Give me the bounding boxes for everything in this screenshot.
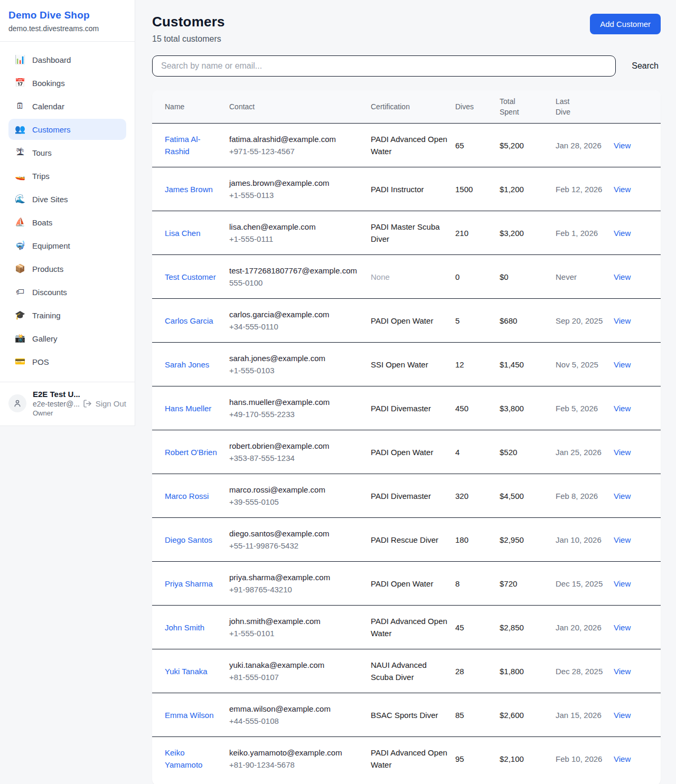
- total-spent-cell: $2,850: [500, 606, 556, 649]
- customer-phone: +81-90-1234-5678: [229, 759, 365, 771]
- sidebar-item-discounts[interactable]: 🏷Discounts: [8, 281, 126, 303]
- page-header: Customers 15 total customers Add Custome…: [152, 14, 661, 44]
- customer-name-link[interactable]: Test Customer: [152, 255, 229, 299]
- column-header-name: Name: [152, 90, 229, 124]
- contact-cell: hans.mueller@example.com+49-170-555-2233: [229, 386, 371, 430]
- customer-name-link[interactable]: Priya Sharma: [152, 562, 229, 606]
- certification-cell: PADI Open Water: [371, 562, 455, 606]
- customer-name-link[interactable]: Diego Santos: [152, 518, 229, 562]
- view-link[interactable]: View: [614, 492, 631, 500]
- sidebar-item-calendar[interactable]: 🗓Calendar: [8, 96, 126, 117]
- shop-domain: demo.test.divestreams.com: [8, 24, 126, 33]
- table-row: Diego Santosdiego.santos@example.com+55-…: [152, 518, 661, 562]
- customer-name-link[interactable]: Carlos Garcia: [152, 299, 229, 343]
- sidebar-item-label: Boats: [32, 218, 52, 227]
- contact-cell: keiko.yamamoto@example.com+81-90-1234-56…: [229, 737, 371, 781]
- view-link[interactable]: View: [614, 711, 631, 720]
- column-header-total-spent: Total Spent: [500, 90, 556, 124]
- view-link[interactable]: View: [614, 360, 631, 369]
- sidebar-item-boats[interactable]: ⛵Boats: [8, 212, 126, 233]
- sidebar-item-equipment[interactable]: 🤿Equipment: [8, 235, 126, 256]
- view-link[interactable]: View: [614, 448, 631, 457]
- column-header-actions: [614, 90, 661, 124]
- actions-cell: View: [614, 474, 661, 518]
- search-button[interactable]: Search: [630, 58, 661, 74]
- sidebar-item-tours[interactable]: 🏝Tours: [8, 142, 126, 163]
- customer-name-link[interactable]: Lisa Chen: [152, 211, 229, 255]
- certification-cell: PADI Divemaster: [371, 474, 455, 518]
- dives-cell: 320: [455, 474, 500, 518]
- customer-name-link[interactable]: Fatima Al-Rashid: [152, 124, 229, 167]
- customer-name-link[interactable]: Keiko Yamamoto: [152, 737, 229, 781]
- sailboat-icon: ⛵: [15, 218, 25, 226]
- calendar-pad-icon: 🗓: [15, 102, 25, 110]
- view-link[interactable]: View: [614, 272, 631, 281]
- sidebar-item-bookings[interactable]: 📅Bookings: [8, 72, 126, 93]
- search-input[interactable]: [152, 55, 616, 77]
- table-row: Robert O'Brienrobert.obrien@example.com+…: [152, 430, 661, 474]
- sidebar-item-label: Customers: [32, 125, 71, 134]
- customer-name-link[interactable]: Emma Wilson: [152, 693, 229, 737]
- customer-name-link[interactable]: Yuki Tanaka: [152, 649, 229, 693]
- view-link[interactable]: View: [614, 535, 631, 544]
- sidebar-item-trips[interactable]: 🚤Trips: [8, 165, 126, 186]
- sidebar-item-gallery[interactable]: 📸Gallery: [8, 328, 126, 349]
- table-row: Fatima Al-Rashidfatima.alrashid@example.…: [152, 124, 661, 167]
- customer-email: diego.santos@example.com: [229, 527, 365, 540]
- last-dive-cell: Dec 15, 2025: [556, 562, 614, 606]
- add-customer-button[interactable]: Add Customer: [590, 14, 661, 34]
- last-dive-cell: Sep 20, 2025: [556, 299, 614, 343]
- actions-cell: View: [614, 124, 661, 167]
- table-row: Yuki Tanakayuki.tanaka@example.com+81-55…: [152, 649, 661, 693]
- customer-email: yuki.tanaka@example.com: [229, 659, 365, 671]
- sidebar-item-training[interactable]: 🎓Training: [8, 305, 126, 326]
- customer-name-link[interactable]: John Smith: [152, 606, 229, 649]
- contact-cell: james.brown@example.com+1-555-0113: [229, 167, 371, 211]
- column-header-last-dive: Last Dive: [556, 90, 614, 124]
- dives-cell: 8: [455, 562, 500, 606]
- graduation-cap-icon: 🎓: [15, 311, 25, 319]
- total-spent-cell: $3,800: [500, 386, 556, 430]
- actions-cell: View: [614, 430, 661, 474]
- sidebar-item-dashboard[interactable]: 📊Dashboard: [8, 49, 126, 70]
- view-link[interactable]: View: [614, 229, 631, 238]
- sign-out-button[interactable]: Sign Out: [83, 399, 126, 408]
- view-link[interactable]: View: [614, 185, 631, 194]
- actions-cell: View: [614, 167, 661, 211]
- diving-mask-icon: 🤿: [15, 241, 25, 250]
- sidebar-item-customers[interactable]: 👥Customers: [8, 119, 126, 140]
- column-header-label: Total Spent: [500, 96, 526, 117]
- view-link[interactable]: View: [614, 754, 631, 763]
- last-dive-cell: Feb 5, 2026: [556, 386, 614, 430]
- view-link[interactable]: View: [614, 667, 631, 676]
- view-link[interactable]: View: [614, 141, 631, 150]
- view-link[interactable]: View: [614, 579, 631, 588]
- certification-cell: PADI Open Water: [371, 430, 455, 474]
- customer-phone: +1-555-0113: [229, 189, 365, 201]
- sidebar-item-products[interactable]: 📦Products: [8, 258, 126, 279]
- table-row: Keiko Yamamotokeiko.yamamoto@example.com…: [152, 737, 661, 781]
- table-row: Lisa Chenlisa.chen@example.com+1-555-011…: [152, 211, 661, 255]
- customer-name-link[interactable]: Hans Mueller: [152, 386, 229, 430]
- sidebar-item-dive-sites[interactable]: 🌊Dive Sites: [8, 188, 126, 210]
- view-link[interactable]: View: [614, 623, 631, 632]
- customer-phone: 555-0100: [229, 277, 365, 289]
- dives-cell: 12: [455, 343, 500, 386]
- customer-name-link[interactable]: Sarah Jones: [152, 343, 229, 386]
- customer-email: test-1772681807767@example.com: [229, 265, 365, 277]
- column-header-label: Last Dive: [556, 96, 582, 117]
- column-header-contact: Contact: [229, 90, 371, 124]
- sidebar-item-pos[interactable]: 💳POS: [8, 351, 126, 372]
- customer-name-link[interactable]: James Brown: [152, 167, 229, 211]
- view-link[interactable]: View: [614, 404, 631, 413]
- customer-name-link[interactable]: Robert O'Brien: [152, 430, 229, 474]
- customer-phone: +1-555-0103: [229, 364, 365, 376]
- contact-cell: marco.rossi@example.com+39-555-0105: [229, 474, 371, 518]
- certification-cell: PADI Instructor: [371, 167, 455, 211]
- customer-name-link[interactable]: Marco Rossi: [152, 474, 229, 518]
- total-spent-cell: $2,100: [500, 737, 556, 781]
- actions-cell: View: [614, 606, 661, 649]
- view-link[interactable]: View: [614, 316, 631, 325]
- actions-cell: View: [614, 562, 661, 606]
- actions-cell: View: [614, 343, 661, 386]
